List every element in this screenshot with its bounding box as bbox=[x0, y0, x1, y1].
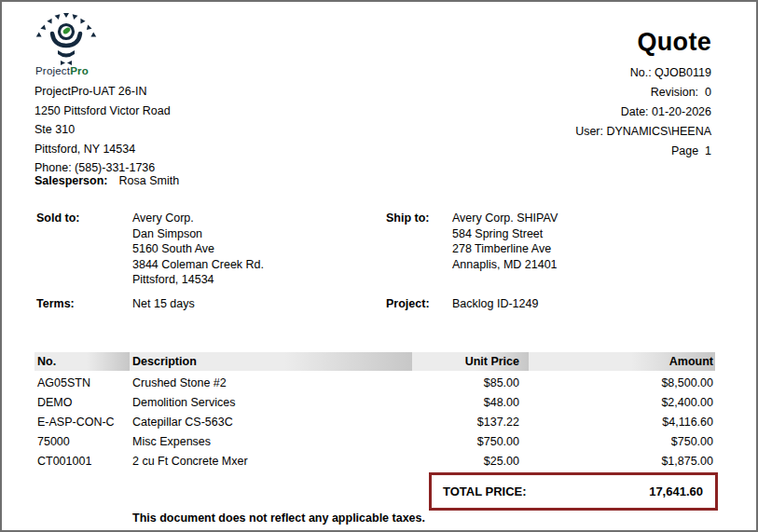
table-row: E-ASP-CON-C Catepillar CS-563C $137.22 $… bbox=[34, 412, 715, 431]
company-address-line: Ste 310 bbox=[34, 120, 171, 140]
item-amount: $1,875.00 bbox=[529, 455, 715, 468]
item-no: CT001001 bbox=[34, 455, 130, 468]
total-price-value: 17,641.60 bbox=[649, 484, 703, 498]
sold-to-line: Pittsford, 14534 bbox=[132, 272, 264, 288]
project-label: Project: bbox=[386, 297, 452, 310]
item-unit-price: $25.00 bbox=[412, 455, 529, 468]
sold-to-address: Avery Corp. Dan Simpson 5160 South Ave 3… bbox=[132, 211, 264, 288]
ship-to-line: 584 Spring Street bbox=[452, 226, 558, 242]
sold-to-line: 3844 Coleman Creek Rd. bbox=[132, 257, 264, 273]
salesperson-row: Salesperson:Rosa Smith bbox=[34, 174, 179, 187]
item-description: Catepillar CS-563C bbox=[130, 416, 412, 429]
sold-to-line: 5160 South Ave bbox=[132, 241, 264, 257]
item-no: DEMO bbox=[34, 396, 130, 409]
item-no: 75000 bbox=[34, 435, 130, 448]
table-header-row: No. Description Unit Price Amount bbox=[34, 352, 715, 371]
sold-to-line: Dan Simpson bbox=[132, 226, 264, 242]
company-name: ProjectPro-UAT 26-IN bbox=[34, 82, 171, 102]
item-amount: $2,400.00 bbox=[529, 396, 715, 409]
terms-row: Terms: Net 15 days bbox=[36, 297, 195, 310]
projectpro-logo-icon bbox=[33, 11, 102, 65]
ship-to-line: Annaplis, MD 21401 bbox=[452, 257, 558, 273]
quote-page-number: Page 1 bbox=[575, 142, 711, 161]
terms-label: Terms: bbox=[36, 297, 132, 310]
quote-number: No.: QJOB0119 bbox=[575, 63, 711, 83]
table-row: CT001001 2 cu Ft Concrete Mxer $25.00 $1… bbox=[34, 451, 715, 471]
salesperson-label: Salesperson: bbox=[34, 174, 108, 187]
item-no: E-ASP-CON-C bbox=[34, 416, 130, 429]
item-amount: $8,500.00 bbox=[529, 376, 715, 389]
item-no: AG05STN bbox=[34, 376, 130, 389]
item-description: Misc Expenses bbox=[130, 435, 412, 448]
project-value: Backlog ID-1249 bbox=[452, 297, 538, 310]
sold-to-line: Avery Corp. bbox=[132, 211, 264, 226]
quote-user: User: DYNAMICS\HEENA bbox=[575, 122, 711, 142]
quote-meta-block: No.: QJOB0119 Revision: 0 Date: 01-20-20… bbox=[575, 63, 711, 161]
column-header-description: Description bbox=[130, 352, 412, 371]
salesperson-value: Rosa Smith bbox=[119, 174, 180, 187]
item-description: 2 cu Ft Concrete Mxer bbox=[130, 455, 412, 468]
table-body: AG05STN Crushed Stone #2 $85.00 $8,500.0… bbox=[34, 373, 715, 471]
ship-to-address: Avery Corp. SHIPAV 584 Spring Street 278… bbox=[452, 211, 558, 272]
page-title: Quote bbox=[638, 28, 712, 57]
tax-disclaimer-note: This document does not reflect any appli… bbox=[132, 512, 425, 525]
item-unit-price: $48.00 bbox=[412, 396, 529, 409]
item-amount: $4,116.60 bbox=[529, 416, 715, 429]
company-address-block: ProjectPro-UAT 26-IN 1250 Pittsford Vict… bbox=[34, 82, 171, 178]
ship-to-line: 278 Timberline Ave bbox=[452, 241, 558, 257]
ship-to-label: Ship to: bbox=[386, 211, 452, 272]
brand-project: Project bbox=[35, 65, 70, 76]
item-description: Demolition Services bbox=[130, 396, 412, 409]
table-row: AG05STN Crushed Stone #2 $85.00 $8,500.0… bbox=[34, 373, 715, 392]
terms-value: Net 15 days bbox=[132, 297, 195, 310]
column-header-no: No. bbox=[34, 352, 130, 371]
item-unit-price: $85.00 bbox=[412, 376, 529, 389]
item-unit-price: $750.00 bbox=[412, 435, 529, 448]
table-row: DEMO Demolition Services $48.00 $2,400.0… bbox=[34, 392, 715, 412]
projectpro-logo: ProjectPro bbox=[33, 11, 145, 65]
total-price-label: TOTAL PRICE: bbox=[443, 484, 527, 498]
sold-to-label: Sold to: bbox=[36, 211, 132, 288]
table-row: 75000 Misc Expenses $750.00 $750.00 bbox=[34, 431, 715, 451]
column-header-unit-price: Unit Price bbox=[412, 352, 529, 371]
company-address-line: 1250 Pittsford Victor Road bbox=[34, 102, 171, 121]
item-description: Crushed Stone #2 bbox=[130, 376, 412, 389]
quote-document-page: ProjectPro ProjectPro-UAT 26-IN 1250 Pit… bbox=[0, 0, 758, 532]
brand-pro: Pro bbox=[70, 65, 89, 76]
sold-to-section: Sold to: Avery Corp. Dan Simpson 5160 So… bbox=[36, 211, 264, 288]
ship-to-line: Avery Corp. SHIPAV bbox=[452, 211, 558, 226]
company-address-line: Pittsford, NY 14534 bbox=[34, 140, 171, 159]
line-items-table: No. Description Unit Price Amount AG05ST… bbox=[34, 352, 715, 471]
project-row: Project: Backlog ID-1249 bbox=[386, 297, 538, 310]
column-header-amount: Amount bbox=[529, 352, 715, 371]
ship-to-section: Ship to: Avery Corp. SHIPAV 584 Spring S… bbox=[386, 211, 558, 272]
total-price-box: TOTAL PRICE: 17,641.60 bbox=[429, 472, 718, 511]
quote-date: Date: 01-20-2026 bbox=[575, 102, 711, 122]
brand-text: ProjectPro bbox=[35, 65, 89, 76]
quote-revision: Revision: 0 bbox=[575, 83, 711, 102]
item-amount: $750.00 bbox=[529, 435, 715, 448]
item-unit-price: $137.22 bbox=[412, 416, 529, 429]
